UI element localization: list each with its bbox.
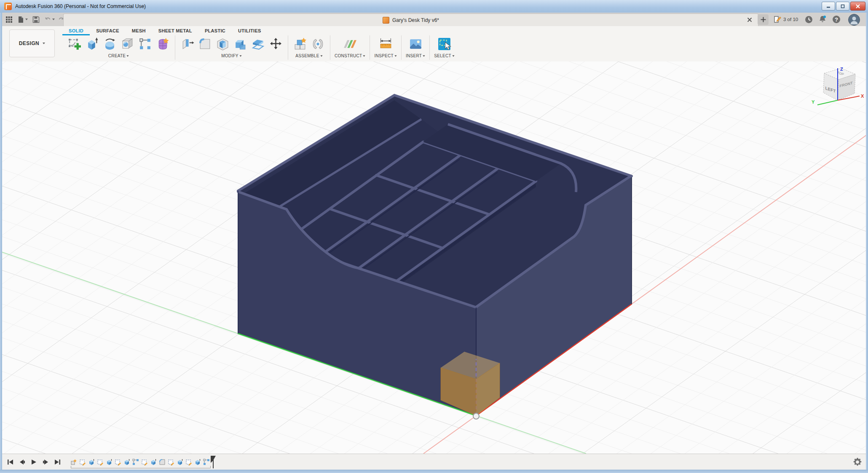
user-avatar[interactable] xyxy=(848,14,860,26)
edit-document-icon xyxy=(774,16,781,23)
step-back-button[interactable] xyxy=(17,457,27,467)
extrude-button[interactable] xyxy=(84,36,100,52)
design-history-timeline xyxy=(0,454,868,470)
ribbon-group-create: CREATE xyxy=(62,35,175,60)
new-document-tab-button[interactable] xyxy=(758,14,769,25)
press-pull-button[interactable] xyxy=(179,36,195,52)
tab-solid[interactable]: SOLID xyxy=(62,26,90,35)
ribbon-group-insert: INSERT xyxy=(402,35,430,60)
svg-text:X: X xyxy=(861,94,864,99)
ribbon-group-modify: MODIFY xyxy=(175,35,288,60)
svg-text:Y: Y xyxy=(812,99,815,104)
timeline-feature-component-1[interactable] xyxy=(70,458,77,466)
step-forward-button[interactable] xyxy=(40,457,51,467)
restore-button[interactable] xyxy=(836,2,849,11)
quick-access-toolbar xyxy=(3,13,68,26)
minimize-button[interactable] xyxy=(822,2,835,11)
ribbon-group-label[interactable]: INSPECT xyxy=(374,53,396,58)
tab-mesh[interactable]: MESH xyxy=(126,26,152,35)
go-to-start-button[interactable] xyxy=(5,457,15,467)
create-form-button[interactable] xyxy=(155,36,171,52)
timeline-feature-extrude-10[interactable] xyxy=(150,458,157,466)
revolve-button[interactable] xyxy=(102,36,118,52)
timeline-feature-fillet-11[interactable] xyxy=(158,458,166,466)
viewcube[interactable]: TOP LEFT FRONT Z X Y xyxy=(808,66,865,115)
tab-utilities[interactable]: UTILITIES xyxy=(232,26,268,35)
timeline-feature-extrude-7[interactable] xyxy=(123,458,130,466)
offset-face-button[interactable] xyxy=(250,36,266,52)
pattern-button[interactable] xyxy=(137,36,153,52)
timeline-feature-sketch-14[interactable] xyxy=(185,458,192,466)
timeline-settings-gear-icon[interactable] xyxy=(853,457,862,467)
timeline-feature-strip xyxy=(70,458,210,466)
tab-sheet-metal[interactable]: SHEET METAL xyxy=(152,26,198,35)
tab-plastic[interactable]: PLASTIC xyxy=(198,26,232,35)
play-button[interactable] xyxy=(29,457,39,467)
timeline-group-bracket xyxy=(71,466,211,468)
origin-point[interactable] xyxy=(473,413,479,419)
timeline-feature-extrude-3[interactable] xyxy=(88,458,95,466)
job-status-icon[interactable] xyxy=(803,13,814,26)
fillet-button[interactable] xyxy=(197,36,213,52)
undo-button[interactable] xyxy=(44,14,55,25)
hole-button[interactable] xyxy=(120,36,135,52)
measure-button[interactable] xyxy=(378,36,394,52)
ribbon-tabs: SOLIDSURFACEMESHSHEET METALPLASTICUTILIT… xyxy=(62,26,459,35)
timeline-feature-sketch-12[interactable] xyxy=(167,458,174,466)
model-viewport[interactable]: TOP LEFT FRONT Z X Y xyxy=(0,61,868,454)
timeline-feature-extrude-13[interactable] xyxy=(176,458,183,466)
document-tab[interactable]: Gary's Desk Tidy v6* xyxy=(63,13,758,27)
window-border-left xyxy=(0,13,2,473)
new-component-button[interactable] xyxy=(292,36,308,52)
move-copy-button[interactable] xyxy=(268,36,284,52)
timeline-playback-controls xyxy=(5,457,62,467)
app-grid-icon[interactable] xyxy=(3,14,14,25)
application-bar: Gary's Desk Tidy v6* 3 of 10 ? xyxy=(0,13,868,26)
svg-text:Z: Z xyxy=(840,67,843,72)
construct-plane-button[interactable] xyxy=(342,36,358,52)
svg-text:?: ? xyxy=(835,16,838,23)
timeline-feature-sketch-2[interactable] xyxy=(79,458,86,466)
shell-button[interactable] xyxy=(215,36,230,52)
save-button[interactable] xyxy=(30,14,41,25)
ribbon-group-label[interactable]: INSERT xyxy=(406,53,425,58)
file-menu-button[interactable] xyxy=(17,14,28,25)
ribbon-group-assemble: ASSEMBLE xyxy=(288,35,330,60)
free-edits-counter[interactable]: 3 of 10 xyxy=(774,13,798,26)
close-document-icon[interactable] xyxy=(745,15,754,24)
notification-bell-icon[interactable] xyxy=(817,13,828,26)
timeline-feature-sketch-9[interactable] xyxy=(141,458,148,466)
timeline-feature-pattern-8[interactable] xyxy=(132,458,139,466)
ribbon-toolbar: CREATE MODIFY ASSEMBLE CONSTRUCT INSPECT… xyxy=(62,35,459,61)
ribbon-group-label[interactable]: SELECT xyxy=(434,53,455,58)
timeline-feature-pattern-16[interactable] xyxy=(203,458,210,466)
edits-counter-text: 3 of 10 xyxy=(783,17,798,22)
fusion360-window: Autodesk Fusion 360 (Personal - Not for … xyxy=(0,0,868,473)
ribbon-group-label[interactable]: ASSEMBLE xyxy=(295,53,322,58)
tab-surface[interactable]: SURFACE xyxy=(90,26,126,35)
workspace-selector[interactable]: DESIGN xyxy=(9,29,55,57)
timeline-feature-extrude-15[interactable] xyxy=(194,458,201,466)
workspace-label: DESIGN xyxy=(19,40,39,46)
window-title: Autodesk Fusion 360 (Personal - Not for … xyxy=(15,3,146,9)
timeline-feature-sketch-6[interactable] xyxy=(114,458,121,466)
document-icon xyxy=(383,17,389,24)
titlebar[interactable]: Autodesk Fusion 360 (Personal - Not for … xyxy=(0,0,868,13)
timeline-feature-sketch-4[interactable] xyxy=(96,458,104,466)
joint-button[interactable] xyxy=(310,36,326,52)
ribbon-group-construct: CONSTRUCT xyxy=(330,35,370,60)
ribbon-group-label[interactable]: MODIFY xyxy=(221,53,242,58)
timeline-feature-extrude-5[interactable] xyxy=(105,458,113,466)
select-button[interactable] xyxy=(437,36,452,52)
ribbon-group-label[interactable]: CONSTRUCT xyxy=(335,53,365,58)
fusion-logo-icon xyxy=(4,3,12,10)
combine-button[interactable] xyxy=(233,36,248,52)
go-to-end-button[interactable] xyxy=(52,457,62,467)
insert-canvas-button[interactable] xyxy=(408,36,423,52)
ribbon-group-label[interactable]: CREATE xyxy=(108,53,129,58)
help-icon[interactable]: ? xyxy=(830,13,842,26)
ribbon-group-select: SELECT xyxy=(430,35,459,60)
close-button[interactable] xyxy=(850,2,865,11)
timeline-playhead[interactable] xyxy=(211,456,217,468)
create-sketch-button[interactable] xyxy=(67,36,82,52)
